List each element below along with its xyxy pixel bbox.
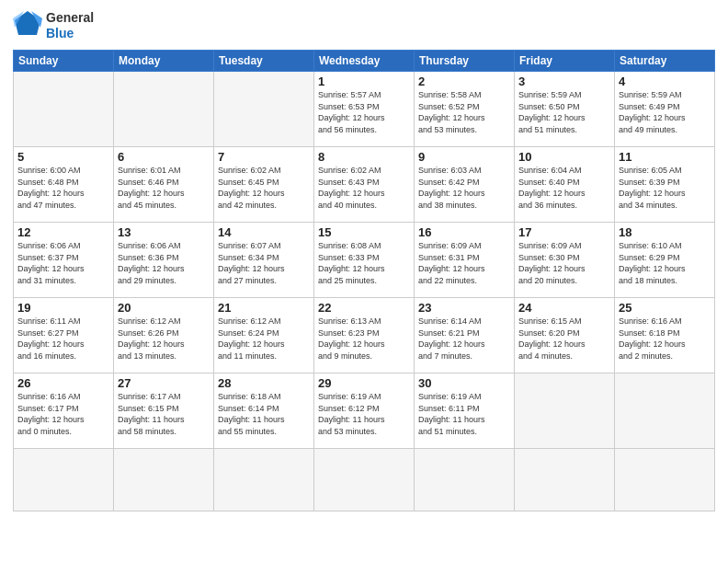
calendar-cell xyxy=(214,72,314,147)
day-info: Sunrise: 6:05 AMSunset: 6:39 PMDaylight:… xyxy=(619,165,711,211)
weekday-header-tuesday: Tuesday xyxy=(214,51,314,72)
calendar-cell: 9Sunrise: 6:03 AMSunset: 6:42 PMDaylight… xyxy=(415,147,515,223)
day-info: Sunrise: 6:08 AMSunset: 6:33 PMDaylight:… xyxy=(318,240,410,286)
calendar-cell xyxy=(14,449,114,511)
calendar: SundayMondayTuesdayWednesdayThursdayFrid… xyxy=(13,50,715,511)
calendar-cell: 24Sunrise: 6:15 AMSunset: 6:20 PMDayligh… xyxy=(515,298,615,373)
calendar-cell: 19Sunrise: 6:11 AMSunset: 6:27 PMDayligh… xyxy=(14,298,114,373)
day-info: Sunrise: 6:16 AMSunset: 6:17 PMDaylight:… xyxy=(17,391,109,437)
day-number: 13 xyxy=(118,225,210,239)
day-info: Sunrise: 6:12 AMSunset: 6:24 PMDaylight:… xyxy=(218,316,310,362)
calendar-cell: 2Sunrise: 5:58 AMSunset: 6:52 PMDaylight… xyxy=(415,72,515,147)
day-info: Sunrise: 6:00 AMSunset: 6:48 PMDaylight:… xyxy=(17,165,109,211)
calendar-cell: 13Sunrise: 6:06 AMSunset: 6:36 PMDayligh… xyxy=(114,223,214,298)
day-number: 23 xyxy=(418,301,510,315)
day-number: 21 xyxy=(218,301,310,315)
day-info: Sunrise: 6:03 AMSunset: 6:42 PMDaylight:… xyxy=(418,165,510,211)
calendar-cell: 3Sunrise: 5:59 AMSunset: 6:50 PMDaylight… xyxy=(515,72,615,147)
page: General Blue SundayMondayTuesdayWednesda… xyxy=(0,0,728,563)
day-info: Sunrise: 6:11 AMSunset: 6:27 PMDaylight:… xyxy=(17,316,109,362)
calendar-cell: 6Sunrise: 6:01 AMSunset: 6:46 PMDaylight… xyxy=(114,147,214,223)
calendar-cell: 15Sunrise: 6:08 AMSunset: 6:33 PMDayligh… xyxy=(314,223,415,298)
day-number: 11 xyxy=(619,150,711,164)
day-info: Sunrise: 6:04 AMSunset: 6:40 PMDaylight:… xyxy=(518,165,610,211)
calendar-cell: 22Sunrise: 6:13 AMSunset: 6:23 PMDayligh… xyxy=(314,298,415,373)
calendar-row-3: 12Sunrise: 6:06 AMSunset: 6:37 PMDayligh… xyxy=(14,223,715,298)
calendar-cell: 25Sunrise: 6:16 AMSunset: 6:18 PMDayligh… xyxy=(615,298,715,373)
calendar-cell xyxy=(615,449,715,511)
calendar-cell: 30Sunrise: 6:19 AMSunset: 6:11 PMDayligh… xyxy=(415,373,515,449)
calendar-cell: 1Sunrise: 5:57 AMSunset: 6:53 PMDaylight… xyxy=(314,72,415,147)
calendar-cell: 12Sunrise: 6:06 AMSunset: 6:37 PMDayligh… xyxy=(14,223,114,298)
calendar-cell: 5Sunrise: 6:00 AMSunset: 6:48 PMDaylight… xyxy=(14,147,114,223)
day-info: Sunrise: 5:58 AMSunset: 6:52 PMDaylight:… xyxy=(418,89,510,135)
calendar-cell xyxy=(214,449,314,511)
calendar-cell xyxy=(515,373,615,449)
day-info: Sunrise: 6:13 AMSunset: 6:23 PMDaylight:… xyxy=(318,316,410,362)
day-info: Sunrise: 6:02 AMSunset: 6:43 PMDaylight:… xyxy=(318,165,410,211)
day-info: Sunrise: 6:06 AMSunset: 6:36 PMDaylight:… xyxy=(118,240,210,286)
day-info: Sunrise: 6:15 AMSunset: 6:20 PMDaylight:… xyxy=(518,316,610,362)
day-number: 15 xyxy=(318,225,410,239)
day-number: 8 xyxy=(318,150,410,164)
day-info: Sunrise: 6:01 AMSunset: 6:46 PMDaylight:… xyxy=(118,165,210,211)
calendar-cell: 7Sunrise: 6:02 AMSunset: 6:45 PMDaylight… xyxy=(214,147,314,223)
day-info: Sunrise: 6:14 AMSunset: 6:21 PMDaylight:… xyxy=(418,316,510,362)
logo: General Blue xyxy=(13,9,94,42)
day-info: Sunrise: 5:59 AMSunset: 6:49 PMDaylight:… xyxy=(619,89,711,135)
day-number: 4 xyxy=(619,75,711,88)
day-number: 1 xyxy=(318,75,410,88)
calendar-cell xyxy=(14,72,114,147)
day-info: Sunrise: 6:18 AMSunset: 6:14 PMDaylight:… xyxy=(218,391,310,437)
day-number: 27 xyxy=(118,376,210,390)
weekday-header-saturday: Saturday xyxy=(615,51,715,72)
calendar-cell xyxy=(515,449,615,511)
day-number: 10 xyxy=(518,150,610,164)
day-number: 22 xyxy=(318,301,410,315)
calendar-cell: 16Sunrise: 6:09 AMSunset: 6:31 PMDayligh… xyxy=(415,223,515,298)
day-number: 14 xyxy=(218,225,310,239)
day-info: Sunrise: 6:09 AMSunset: 6:30 PMDaylight:… xyxy=(518,240,610,286)
calendar-cell xyxy=(615,373,715,449)
calendar-row-4: 19Sunrise: 6:11 AMSunset: 6:27 PMDayligh… xyxy=(14,298,715,373)
day-info: Sunrise: 6:12 AMSunset: 6:26 PMDaylight:… xyxy=(118,316,210,362)
day-number: 6 xyxy=(118,150,210,164)
day-info: Sunrise: 6:09 AMSunset: 6:31 PMDaylight:… xyxy=(418,240,510,286)
weekday-header-wednesday: Wednesday xyxy=(314,51,415,72)
day-number: 12 xyxy=(17,225,109,239)
day-info: Sunrise: 6:16 AMSunset: 6:18 PMDaylight:… xyxy=(619,316,711,362)
day-info: Sunrise: 6:10 AMSunset: 6:29 PMDaylight:… xyxy=(619,240,711,286)
header: General Blue xyxy=(13,9,715,42)
day-number: 3 xyxy=(518,75,610,88)
day-number: 9 xyxy=(418,150,510,164)
day-info: Sunrise: 6:19 AMSunset: 6:11 PMDaylight:… xyxy=(418,391,510,437)
calendar-cell: 27Sunrise: 6:17 AMSunset: 6:15 PMDayligh… xyxy=(114,373,214,449)
day-number: 7 xyxy=(218,150,310,164)
day-info: Sunrise: 5:57 AMSunset: 6:53 PMDaylight:… xyxy=(318,89,410,135)
calendar-cell: 14Sunrise: 6:07 AMSunset: 6:34 PMDayligh… xyxy=(214,223,314,298)
day-number: 5 xyxy=(17,150,109,164)
calendar-row-5: 26Sunrise: 6:16 AMSunset: 6:17 PMDayligh… xyxy=(14,373,715,449)
day-info: Sunrise: 6:19 AMSunset: 6:12 PMDaylight:… xyxy=(318,391,410,437)
logo-blue: Blue xyxy=(46,26,94,41)
day-info: Sunrise: 6:02 AMSunset: 6:45 PMDaylight:… xyxy=(218,165,310,211)
calendar-cell: 23Sunrise: 6:14 AMSunset: 6:21 PMDayligh… xyxy=(415,298,515,373)
day-number: 28 xyxy=(218,376,310,390)
calendar-cell xyxy=(415,449,515,511)
weekday-header-row: SundayMondayTuesdayWednesdayThursdayFrid… xyxy=(14,51,715,72)
calendar-cell: 10Sunrise: 6:04 AMSunset: 6:40 PMDayligh… xyxy=(515,147,615,223)
logo-general: General xyxy=(46,10,94,26)
day-number: 26 xyxy=(17,376,109,390)
calendar-cell xyxy=(114,72,214,147)
day-number: 25 xyxy=(619,301,711,315)
day-number: 16 xyxy=(418,225,510,239)
day-number: 18 xyxy=(619,225,711,239)
calendar-cell: 20Sunrise: 6:12 AMSunset: 6:26 PMDayligh… xyxy=(114,298,214,373)
day-info: Sunrise: 6:06 AMSunset: 6:37 PMDaylight:… xyxy=(17,240,109,286)
weekday-header-monday: Monday xyxy=(114,51,214,72)
calendar-row-1: 1Sunrise: 5:57 AMSunset: 6:53 PMDaylight… xyxy=(14,72,715,147)
calendar-cell: 18Sunrise: 6:10 AMSunset: 6:29 PMDayligh… xyxy=(615,223,715,298)
calendar-cell: 11Sunrise: 6:05 AMSunset: 6:39 PMDayligh… xyxy=(615,147,715,223)
calendar-cell xyxy=(314,449,415,511)
calendar-cell: 8Sunrise: 6:02 AMSunset: 6:43 PMDaylight… xyxy=(314,147,415,223)
